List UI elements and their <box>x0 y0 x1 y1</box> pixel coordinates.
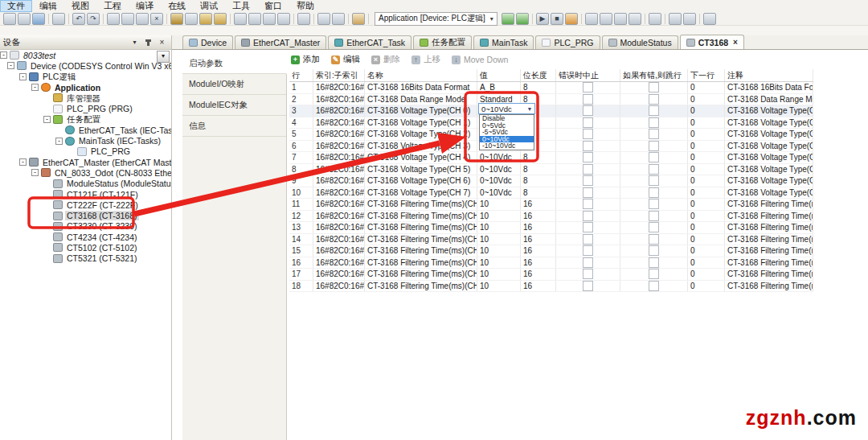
column-header-8[interactable]: 注释 <box>725 69 813 81</box>
abort-on-error-checkbox[interactable] <box>583 281 593 291</box>
param-add-button[interactable]: +添加 <box>291 54 320 65</box>
cut-icon[interactable] <box>107 13 120 25</box>
bookmark-clear-icon[interactable] <box>277 13 290 25</box>
tree-expand-icon[interactable]: - <box>31 169 39 176</box>
subnav-item-ModuleI/O映射[interactable]: ModuleI/O映射 <box>182 74 286 95</box>
paste-icon[interactable] <box>136 13 149 25</box>
param-edit-button[interactable]: ✎编辑 <box>331 54 360 65</box>
column-header-0[interactable]: 行 <box>289 69 313 81</box>
delete-icon[interactable]: × <box>150 13 163 25</box>
tab-close-icon[interactable]: × <box>733 38 738 47</box>
abort-on-error-checkbox[interactable] <box>583 211 593 221</box>
tab-任务配置[interactable]: 任务配置 <box>413 35 472 49</box>
tree-item-EtherCAT_Master[interactable]: -EtherCAT_Master (EtherCAT Master) <box>0 157 171 167</box>
options-icon[interactable] <box>317 13 330 25</box>
bookmark-icon[interactable] <box>234 13 247 25</box>
jump-on-error-checkbox[interactable] <box>649 187 659 198</box>
abort-on-error-checkbox[interactable] <box>583 222 593 232</box>
tab-MainTask[interactable]: MainTask <box>473 35 534 49</box>
column-header-1[interactable]: 索引:子索引 <box>313 69 365 81</box>
logout-icon[interactable] <box>516 13 529 25</box>
table-row[interactable]: 116#82C0:16#01CT-3168 16Bits Data Format… <box>289 82 813 94</box>
tab-ModuleStatus[interactable]: ModuleStatus <box>602 35 678 49</box>
search-project-icon[interactable] <box>214 13 227 25</box>
tab-Device[interactable]: Device <box>182 35 233 49</box>
table-row[interactable]: 1616#82C0:16#10CT-3168 Filtering Time(ms… <box>289 257 813 269</box>
quick-find-icon[interactable] <box>185 13 198 25</box>
redo-icon[interactable]: ↷ <box>87 13 100 25</box>
abort-on-error-checkbox[interactable] <box>583 141 593 151</box>
table-row[interactable]: 516#82C0:16#05CT-3168 Voltage Type(CH 2)… <box>289 129 813 141</box>
table-row[interactable]: 1716#82C0:16#11CT-3168 Filtering Time(ms… <box>289 269 813 281</box>
force-values-icon[interactable] <box>565 13 578 25</box>
abort-on-error-checkbox[interactable] <box>583 152 593 162</box>
tree-item-CT5321[interactable]: CT5321 (CT-5321) <box>0 253 171 264</box>
tree-expand-icon[interactable]: - <box>7 62 14 69</box>
jump-on-error-checkbox[interactable] <box>649 245 659 256</box>
new-file-icon[interactable] <box>3 13 16 25</box>
dropdown-option-Disable[interactable]: Disable <box>480 115 534 122</box>
tree-expand-icon[interactable]: - <box>55 138 63 145</box>
menu-item-窗口[interactable]: 窗口 <box>257 0 289 12</box>
export-icon[interactable] <box>297 13 310 25</box>
abort-on-error-checkbox[interactable] <box>583 105 593 116</box>
tree-expand-icon[interactable]: - <box>0 51 7 59</box>
tree-expand-icon[interactable]: - <box>31 84 39 91</box>
abort-on-error-checkbox[interactable] <box>583 82 593 93</box>
build-icon[interactable] <box>352 13 365 25</box>
abort-on-error-checkbox[interactable] <box>583 187 593 198</box>
jump-on-error-checkbox[interactable] <box>649 105 659 116</box>
table-row[interactable]: 1316#82C0:16#0DCT-3168 Filtering Time(ms… <box>289 222 813 234</box>
menu-item-视图[interactable]: 视图 <box>64 0 96 12</box>
close-icon[interactable]: × <box>156 37 168 48</box>
run-to-cursor-icon[interactable] <box>628 13 641 25</box>
table-row[interactable]: 1216#82C0:16#0CCT-3168 Filtering Time(ms… <box>289 211 813 223</box>
menu-item-调试[interactable]: 调试 <box>193 0 225 12</box>
panel-dropdown-icon[interactable]: ▾ <box>129 37 141 48</box>
table-row[interactable]: 916#82C0:16#09CT-3168 Voltage Type(CH 6)… <box>289 175 813 187</box>
tab-EtherCAT_Task[interactable]: EtherCAT_Task <box>328 35 411 49</box>
run-icon[interactable]: ▶ <box>536 13 549 25</box>
tab-EtherCAT_Master[interactable]: EtherCAT_Master <box>235 35 326 49</box>
column-header-5[interactable]: 错误时中止 <box>556 69 620 81</box>
jump-on-error-checkbox[interactable] <box>649 199 659 209</box>
tree-item-CT5102[interactable]: CT5102 (CT-5102) <box>0 242 171 253</box>
value-dropdown[interactable]: 0~10Vdc ▼ <box>478 103 535 114</box>
copy-icon[interactable] <box>121 13 134 25</box>
tree-item-PLC逻辑[interactable]: -PLC逻辑 <box>0 72 171 82</box>
undo-icon[interactable]: ↶ <box>72 13 85 25</box>
table-row[interactable]: 416#82C0:16#04CT-3168 Voltage Type(CH 1)… <box>289 117 813 130</box>
pin-icon[interactable] <box>142 37 154 48</box>
refresh-devices-icon[interactable] <box>703 13 716 25</box>
jump-on-error-checkbox[interactable] <box>649 82 659 93</box>
reset-icon[interactable] <box>649 13 661 25</box>
tab-PLC_PRG[interactable]: PLC_PRG <box>535 35 600 49</box>
abort-on-error-checkbox[interactable] <box>583 94 593 105</box>
subnav-item-启动参数[interactable]: 启动参数 <box>182 53 287 74</box>
tree-item-Device[interactable]: -Device (CODESYS Control Win V3 x64) <box>0 60 171 71</box>
tree-root-dropdown-icon[interactable]: ▾ <box>157 51 170 63</box>
jump-on-error-checkbox[interactable] <box>649 175 659 186</box>
menu-item-文件[interactable]: 文件 <box>0 0 32 12</box>
menu-item-编辑[interactable]: 编辑 <box>32 0 64 12</box>
table-row[interactable]: 1416#82C0:16#0ECT-3168 Filtering Time(ms… <box>289 234 813 246</box>
simulation-icon[interactable] <box>683 13 696 25</box>
tree-expand-icon[interactable]: - <box>43 116 51 123</box>
table-row[interactable]: 1116#82C0:16#0BCT-3168 Filtering Time(ms… <box>289 199 813 211</box>
table-row[interactable]: 816#82C0:16#08CT-3168 Voltage Type(CH 5)… <box>289 164 813 176</box>
save-icon[interactable] <box>32 13 45 25</box>
tree-item-EtherCAT_Task[interactable]: EtherCAT_Task (IEC-Tasks) <box>0 125 171 135</box>
abort-on-error-checkbox[interactable] <box>583 199 593 209</box>
jump-on-error-checkbox[interactable] <box>649 222 659 232</box>
print-icon[interactable] <box>52 13 65 25</box>
menu-item-工具[interactable]: 工具 <box>225 0 257 12</box>
dropdown-option--5~5Vdc[interactable]: -5~5Vdc <box>480 129 534 136</box>
stop-icon[interactable]: ■ <box>551 13 563 25</box>
table-row[interactable]: 1516#82C0:16#0FCT-3168 Filtering Time(ms… <box>289 245 813 257</box>
tree-item-8033test[interactable]: -8033test <box>0 50 171 60</box>
tree-item-PLC_PRG[interactable]: PLC_PRG <box>0 146 171 157</box>
login-icon[interactable] <box>502 13 514 25</box>
subnav-item-ModuleIEC对象[interactable]: ModuleIEC对象 <box>182 95 286 116</box>
abort-on-error-checkbox[interactable] <box>583 117 593 128</box>
menu-item-帮助[interactable]: 帮助 <box>289 0 321 12</box>
